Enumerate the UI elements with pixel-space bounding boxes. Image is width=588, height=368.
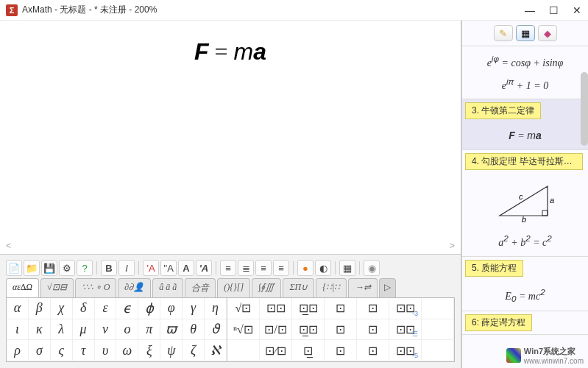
greek-ν[interactable]: ν: [95, 319, 117, 341]
template-15[interactable]: ⊡⁄⊡: [260, 340, 292, 361]
minimize-button[interactable]: —: [525, 4, 535, 16]
template-5[interactable]: ⊡⊡-3: [389, 298, 422, 319]
greek-ζ[interactable]: ζ: [183, 340, 205, 361]
tab-brackets[interactable]: (){}[]: [217, 278, 250, 297]
greek-φ[interactable]: φ: [160, 298, 183, 319]
template-6[interactable]: [422, 298, 454, 319]
greek-ϖ[interactable]: ϖ: [160, 319, 183, 341]
template-20[interactable]: [422, 340, 454, 361]
close-button[interactable]: ✕: [572, 4, 582, 16]
greek-ℵ[interactable]: ℵ: [205, 340, 227, 361]
align-right-button[interactable]: ≡: [255, 260, 272, 276]
library-equation: E0 = mc2: [462, 280, 588, 311]
edit-mode-button[interactable]: ✎: [494, 25, 513, 41]
template-9[interactable]: ⊡̲⊡: [292, 319, 325, 341]
ruler-button[interactable]: ▦: [339, 260, 355, 276]
template-4[interactable]: ⊡: [357, 298, 389, 319]
library-item-pythagoras[interactable]: 4. 勾股定理 毕达哥拉斯定... a b c a2 + b2 = c2: [462, 150, 588, 257]
greek-κ[interactable]: κ: [29, 319, 51, 341]
greek-β[interactable]: β: [29, 298, 51, 319]
template-16[interactable]: ⊡̲: [292, 340, 325, 361]
open-button[interactable]: 📁: [24, 260, 40, 276]
library-item-schrodinger[interactable]: 6: 薛定谔方程: [462, 311, 588, 335]
tab-compose[interactable]: 合音: [185, 278, 216, 297]
tab-symbols[interactable]: ∵∴ ∘ O: [75, 278, 117, 297]
template-10[interactable]: ⊡: [325, 319, 357, 341]
library-item-mass-energy[interactable]: 5. 质能方程 E0 = mc2: [462, 257, 588, 311]
greek-o[interactable]: o: [116, 319, 138, 341]
greek-σ[interactable]: σ: [29, 340, 51, 361]
align-justify-button[interactable]: ≡: [273, 260, 289, 276]
template-8[interactable]: ⊡/⊡: [260, 319, 292, 341]
greek-ϵ[interactable]: ϵ: [116, 298, 138, 319]
template-11[interactable]: ⊡: [357, 319, 389, 341]
template-1[interactable]: ⊡⊡: [260, 298, 292, 319]
align-left-button[interactable]: ≡: [220, 260, 236, 276]
tab-partial[interactable]: ∂𝜕👤: [118, 278, 151, 297]
template-17[interactable]: ⊡: [325, 340, 357, 361]
tab-more[interactable]: ▷: [379, 278, 396, 297]
tab-matrix[interactable]: {∷|∷: [316, 278, 347, 297]
template-7[interactable]: ⁿ√⊡: [227, 319, 260, 341]
settings-button[interactable]: ⚙: [59, 260, 75, 276]
tab-greek[interactable]: αε∆Ω: [6, 278, 39, 297]
template-19[interactable]: ⊡⊡-5: [389, 340, 422, 361]
font-style-4-button[interactable]: 'A: [196, 260, 212, 276]
main-equation[interactable]: F = ma: [0, 21, 461, 83]
greek-τ[interactable]: τ: [73, 340, 95, 361]
italic-button[interactable]: I: [118, 260, 135, 276]
greek-ω[interactable]: ω: [116, 340, 138, 361]
greek-ψ[interactable]: ψ: [160, 340, 183, 361]
template-12[interactable]: ⊡⊡☰: [389, 319, 422, 341]
align-center-button[interactable]: ≣: [238, 260, 254, 276]
greek-λ[interactable]: λ: [51, 319, 73, 341]
greek-ς[interactable]: ς: [51, 340, 73, 361]
tab-arrows[interactable]: →⇌: [348, 278, 378, 297]
template-13[interactable]: [422, 319, 454, 341]
greek-ι[interactable]: ι: [7, 319, 29, 341]
scroll-left-icon[interactable]: <: [6, 241, 11, 251]
greek-η[interactable]: η: [205, 298, 227, 319]
tab-roots[interactable]: √⊡⊟: [40, 278, 74, 297]
template-14[interactable]: [227, 340, 260, 361]
maximize-button[interactable]: ☐: [548, 4, 559, 16]
font-style-1-button[interactable]: 'A: [143, 260, 159, 276]
grid-mode-button[interactable]: ▦: [516, 25, 535, 41]
library-scrollbar[interactable]: [581, 72, 588, 146]
greek-ϕ[interactable]: ϕ: [138, 298, 160, 319]
record-button[interactable]: ◉: [364, 260, 380, 276]
save-button[interactable]: 💾: [41, 260, 57, 276]
color-picker-button[interactable]: ●: [297, 260, 314, 276]
greek-γ[interactable]: γ: [183, 298, 205, 319]
tab-accents[interactable]: â ä ã: [152, 278, 183, 297]
greek-π[interactable]: π: [138, 319, 160, 341]
greek-χ[interactable]: χ: [51, 298, 73, 319]
editor-area[interactable]: F = ma < >: [0, 21, 461, 254]
greek-θ[interactable]: θ: [183, 319, 205, 341]
greek-δ[interactable]: δ: [73, 298, 95, 319]
greek-υ[interactable]: υ: [95, 340, 117, 361]
library-label: 6: 薛定谔方程: [465, 314, 532, 331]
template-3[interactable]: ⊡: [325, 298, 357, 319]
bold-button[interactable]: B: [101, 260, 117, 276]
greek-ξ[interactable]: ξ: [138, 340, 160, 361]
tab-sums[interactable]: ΣΠ∪: [283, 278, 314, 297]
diamond-mode-button[interactable]: ◆: [538, 25, 557, 41]
greek-ε[interactable]: ε: [95, 298, 117, 319]
tab-integrals[interactable]: ∫∮∭: [252, 278, 281, 297]
library-item-newton[interactable]: 3. 牛顿第二定律 F = ma: [462, 99, 588, 150]
greek-ϑ[interactable]: ϑ: [205, 319, 227, 341]
greek-α[interactable]: α: [7, 298, 29, 319]
library-item-euler[interactable]: eiφ = cosφ + isinφ eiπ + 1 = 0: [462, 46, 588, 99]
new-doc-button[interactable]: 📄: [6, 260, 22, 276]
template-2[interactable]: ⊡̲⊡: [292, 298, 325, 319]
template-18[interactable]: ⊡: [357, 340, 389, 361]
eyedropper-button[interactable]: ◐: [315, 260, 331, 276]
template-0[interactable]: √⊡: [227, 298, 260, 319]
greek-ρ[interactable]: ρ: [7, 340, 29, 361]
scroll-right-icon[interactable]: >: [450, 241, 455, 251]
greek-μ[interactable]: μ: [73, 319, 95, 341]
help-button[interactable]: ?: [77, 260, 93, 276]
font-style-3-button[interactable]: A: [178, 260, 194, 276]
font-style-2-button[interactable]: ''A: [160, 260, 177, 276]
